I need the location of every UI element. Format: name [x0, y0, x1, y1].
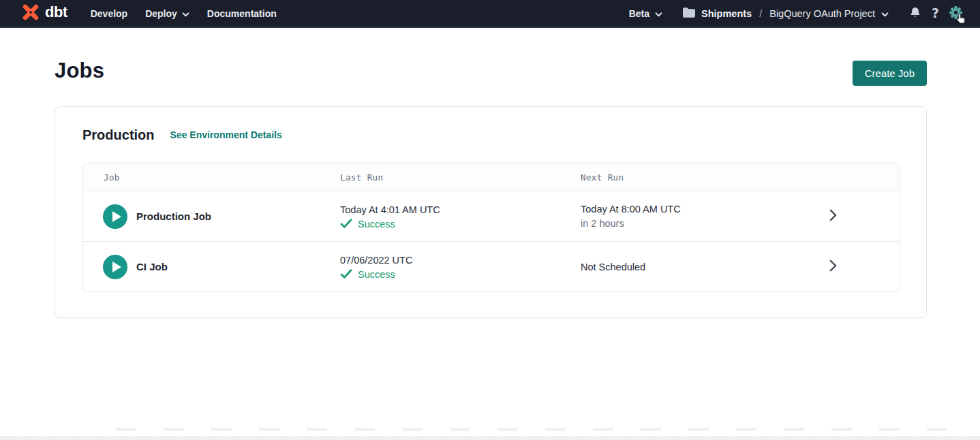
last-run-cell: 07/06/2022 UTC Success	[340, 253, 581, 281]
see-environment-details-link[interactable]: See Environment Details	[170, 129, 282, 140]
page-title: Jobs	[55, 59, 104, 83]
folder-icon	[683, 7, 695, 20]
success-check-icon	[340, 219, 352, 230]
chevron-down-icon	[881, 8, 889, 19]
job-row-production-job[interactable]: Production Job Today At 4:01 AM UTC Succ…	[83, 191, 900, 241]
column-header-job: Job	[83, 172, 340, 183]
job-name: CI Job	[136, 261, 168, 272]
nav-item-deploy[interactable]: Deploy	[145, 8, 189, 19]
breadcrumb-project[interactable]: Shipments	[701, 8, 752, 19]
breadcrumb-environment-label: BigQuery OAuth Project	[769, 8, 875, 19]
environment-name: Production	[82, 127, 155, 143]
question-mark-icon: ?	[932, 7, 939, 20]
create-job-button[interactable]: Create Job	[853, 61, 927, 86]
nav-item-deploy-label: Deploy	[145, 8, 177, 19]
last-run-status: Success	[340, 219, 581, 230]
job-cell: Production Job	[83, 204, 340, 229]
beta-dropdown[interactable]: Beta	[629, 8, 662, 19]
job-cell: CI Job	[83, 255, 340, 279]
row-open-chevron[interactable]	[765, 209, 900, 224]
jobs-table: Job Last Run Next Run Production Job Tod…	[82, 163, 900, 292]
last-run-time: Today At 4:01 AM UTC	[340, 203, 581, 217]
run-job-play-button[interactable]	[103, 204, 127, 229]
page-bottom-skeleton	[116, 428, 973, 431]
breadcrumb: Shipments / BigQuery OAuth Project	[683, 7, 889, 20]
next-run-time: Not Scheduled	[581, 260, 765, 274]
breadcrumb-separator: /	[758, 8, 763, 19]
help-button[interactable]: ?	[932, 7, 939, 20]
last-run-status-label: Success	[358, 219, 395, 230]
jobs-table-header-row: Job Last Run Next Run	[83, 163, 900, 191]
environment-card-header: Production See Environment Details	[82, 125, 899, 145]
run-job-play-button[interactable]	[103, 255, 127, 279]
beta-label: Beta	[629, 8, 649, 19]
nav-item-develop[interactable]: Develop	[91, 8, 127, 19]
dbt-logo[interactable]: dbt	[20, 2, 67, 25]
bell-icon	[909, 6, 921, 21]
row-open-chevron[interactable]	[765, 260, 900, 274]
navbar-icon-buttons: ?	[909, 6, 962, 21]
chevron-right-icon	[829, 209, 837, 224]
next-run-time: Today At 8:00 AM UTC	[581, 202, 765, 216]
top-navbar: dbt Develop Deploy Documentation Beta Sh…	[0, 0, 980, 28]
dbt-logo-icon	[20, 2, 41, 25]
notifications-button[interactable]	[909, 6, 921, 21]
last-run-time: 07/06/2022 UTC	[340, 253, 581, 267]
navbar-right: Beta Shipments / BigQuery OAuth Project	[629, 6, 962, 21]
mouse-pointer-icon	[956, 13, 966, 26]
environment-card: Production See Environment Details Job L…	[55, 106, 927, 318]
page-bottom-strip	[0, 436, 980, 440]
success-check-icon	[340, 269, 352, 281]
last-run-cell: Today At 4:01 AM UTC Success	[340, 203, 581, 230]
job-name: Production Job	[136, 210, 211, 222]
column-header-last-run: Last Run	[340, 172, 581, 183]
column-header-next-run: Next Run	[581, 172, 765, 183]
next-run-note: in 2 hours	[581, 217, 765, 230]
play-icon	[112, 262, 121, 272]
dbt-logo-text: dbt	[45, 5, 67, 22]
chevron-down-icon	[182, 8, 189, 19]
breadcrumb-environment-dropdown[interactable]: BigQuery OAuth Project	[769, 8, 889, 19]
next-run-cell: Today At 8:00 AM UTC in 2 hours	[581, 202, 765, 230]
job-row-ci-job[interactable]: CI Job 07/06/2022 UTC Success Not Schedu…	[83, 241, 900, 292]
play-icon	[112, 211, 121, 222]
primary-nav: Develop Deploy Documentation	[91, 8, 277, 19]
last-run-status-label: Success	[358, 269, 395, 280]
chevron-right-icon	[829, 260, 837, 274]
next-run-cell: Not Scheduled	[581, 260, 765, 274]
last-run-status: Success	[340, 269, 581, 281]
chevron-down-icon	[655, 8, 662, 19]
settings-button[interactable]	[949, 6, 962, 21]
nav-item-documentation[interactable]: Documentation	[207, 8, 277, 19]
